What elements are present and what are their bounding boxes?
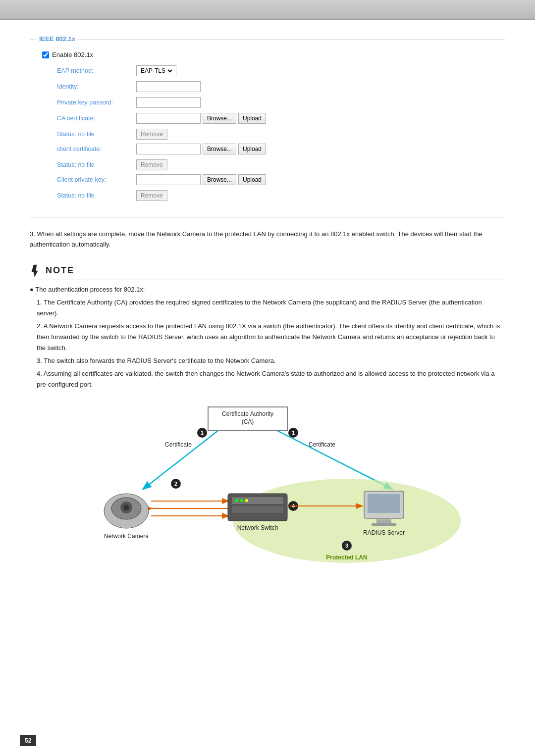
note-item-3: 3. The switch also forwards the RADIUS S… [37, 355, 505, 366]
note-list: ● The authentication process for 802.1x:… [30, 284, 505, 391]
client-pk-remove-button[interactable]: Remove [136, 190, 167, 201]
eap-select[interactable]: EAP-TLS [139, 67, 174, 75]
client-pk-browse-button[interactable]: Browse... [203, 174, 236, 185]
svg-text:2: 2 [174, 481, 177, 487]
top-bar [0, 0, 535, 20]
note-bullet: ● The authentication process for 802.1x: [30, 284, 505, 295]
client-status-label: Status: no file [57, 161, 136, 168]
identity-label: Identity: [57, 83, 136, 90]
client-pk-status-row: Status: no file Remove [42, 190, 493, 201]
svg-text:Protected LAN: Protected LAN [326, 554, 367, 561]
svg-text:Network Camera: Network Camera [104, 533, 149, 540]
private-key-input[interactable] [136, 97, 201, 108]
client-pk-upload-button[interactable]: Upload [238, 174, 266, 185]
svg-line-10 [144, 431, 218, 489]
identity-row: Identity: [42, 81, 493, 92]
client-private-key-input[interactable] [136, 174, 201, 185]
eap-select-wrapper[interactable]: EAP-TLS [136, 65, 176, 76]
ca-cert-label: CA certificate: [57, 115, 136, 122]
note-icon [30, 264, 44, 278]
svg-text:Network Switch: Network Switch [237, 524, 278, 531]
svg-rect-35 [376, 519, 391, 523]
client-cert-file-row: Browse... Upload [136, 144, 266, 154]
enable-label: Enable 802.1x [52, 51, 93, 58]
svg-point-21 [123, 504, 129, 510]
diagram-svg: Certificate Authority (CA) 1 1 Certifica… [30, 402, 505, 570]
diagram-container: Certificate Authority (CA) 1 1 Certifica… [30, 402, 505, 570]
svg-point-27 [240, 499, 243, 502]
svg-text:Certificate Authority: Certificate Authority [222, 410, 273, 417]
panel-title: IEEE 802.1x [36, 35, 78, 43]
ca-status-row: Status: no file Remove [42, 129, 493, 140]
svg-text:Certificate: Certificate [309, 441, 335, 448]
svg-text:1: 1 [292, 430, 295, 436]
step3-text: 3. When all settings are complete, move … [30, 229, 505, 250]
svg-rect-36 [372, 523, 396, 526]
svg-rect-24 [232, 497, 283, 504]
svg-text:1: 1 [201, 430, 204, 436]
note-item-4: 4. Assuming all certificates are validat… [37, 368, 505, 390]
note-title: NOTE [46, 265, 74, 276]
client-cert-input[interactable] [136, 144, 201, 154]
page-number: 52 [20, 735, 36, 746]
svg-text:3: 3 [345, 543, 348, 549]
svg-text:RADIUS Server: RADIUS Server [363, 529, 405, 536]
eap-method-row: EAP method: EAP-TLS [42, 65, 493, 76]
note-section: NOTE ● The authentication process for 80… [30, 264, 505, 391]
client-cert-label: client certificate: [57, 146, 136, 152]
client-pk-status-label: Status: no file [57, 192, 136, 199]
eap-method-label: EAP method: [57, 67, 136, 74]
ca-cert-file-row: Browse... Upload [136, 113, 266, 124]
private-key-label: Private key passord: [57, 99, 136, 106]
ca-cert-row: CA certificate: Browse... Upload [42, 113, 493, 124]
enable-checkbox[interactable] [42, 51, 49, 58]
svg-text:(CA): (CA) [242, 418, 254, 425]
ca-cert-input[interactable] [136, 113, 201, 124]
enable-row: Enable 802.1x [42, 51, 493, 58]
ieee-panel: IEEE 802.1x Enable 802.1x EAP method: EA… [30, 40, 505, 217]
ca-browse-button[interactable]: Browse... [203, 113, 236, 124]
client-private-key-file-row: Browse... Upload [136, 174, 266, 185]
ca-status-label: Status: no file [57, 131, 136, 138]
client-browse-button[interactable]: Browse... [203, 144, 236, 154]
private-key-row: Private key passord: [42, 97, 493, 108]
main-content: IEEE 802.1x Enable 802.1x EAP method: EA… [0, 20, 535, 590]
svg-marker-0 [32, 265, 38, 277]
client-cert-row: client certificate: Browse... Upload [42, 144, 493, 154]
note-header: NOTE [30, 264, 505, 280]
svg-point-28 [245, 499, 248, 502]
client-upload-button[interactable]: Upload [238, 144, 266, 154]
client-status-row: Status: no file Remove [42, 159, 493, 170]
client-private-key-label: Client private key: [57, 176, 136, 183]
ca-remove-button[interactable]: Remove [136, 129, 167, 140]
svg-rect-25 [232, 506, 283, 513]
identity-input[interactable] [136, 81, 201, 92]
note-item-1: 1. The Certificate Authority (CA) provid… [37, 297, 505, 319]
client-remove-button[interactable]: Remove [136, 159, 167, 170]
client-private-key-row: Client private key: Browse... Upload [42, 174, 493, 185]
svg-rect-34 [368, 494, 400, 513]
svg-text:Certificate: Certificate [165, 441, 192, 448]
svg-point-26 [235, 499, 238, 502]
note-item-2: 2. A Network Camera requests access to t… [37, 321, 505, 353]
ca-upload-button[interactable]: Upload [238, 113, 266, 124]
